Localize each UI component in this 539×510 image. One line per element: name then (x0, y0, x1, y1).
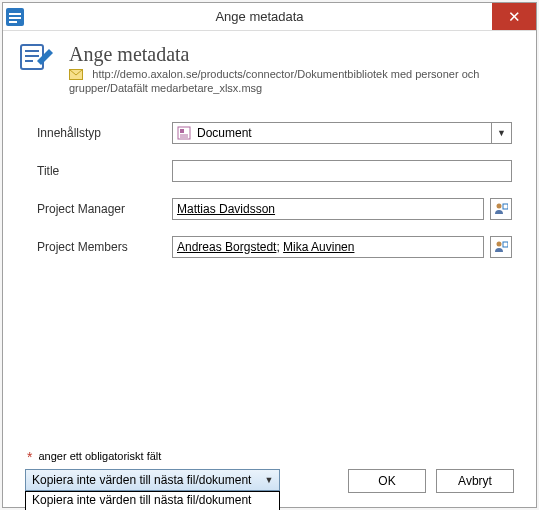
content-type-label: Innehållstyp (37, 126, 172, 140)
cancel-button[interactable]: Avbryt (436, 469, 514, 493)
svg-rect-1 (9, 13, 21, 15)
copy-values-select[interactable]: Kopiera inte värden till nästa fil/dokum… (25, 469, 280, 491)
mail-icon (69, 69, 83, 80)
close-icon: ✕ (508, 8, 521, 26)
title-bar: Ange metadata ✕ (3, 3, 536, 31)
app-icon (3, 3, 27, 30)
title-label: Title (37, 164, 172, 178)
footer: *anger ett obligatoriskt fält Kopiera in… (3, 449, 536, 507)
required-note: *anger ett obligatoriskt fält (27, 449, 514, 465)
svg-rect-2 (9, 17, 21, 19)
window-title: Ange metadata (27, 3, 492, 30)
project-manager-value: Mattias Davidsson (177, 202, 275, 216)
project-members-picker-button[interactable] (490, 236, 512, 258)
ok-button[interactable]: OK (348, 469, 426, 493)
project-manager-label: Project Manager (37, 202, 172, 216)
document-type-icon (177, 126, 191, 140)
content-type-value: Document (197, 126, 252, 140)
copy-values-dropdown-list: Kopiera inte värden till nästa fil/dokum… (25, 491, 280, 510)
copy-values-option[interactable]: Kopiera inte värden till nästa fil/dokum… (26, 492, 279, 508)
project-members-field[interactable]: Andreas Borgstedt; Mika Auvinen (172, 236, 484, 258)
project-manager-field[interactable]: Mattias Davidsson (172, 198, 484, 220)
person-picker-icon (494, 240, 508, 254)
project-manager-picker-button[interactable] (490, 198, 512, 220)
content-type-select[interactable]: Document ▼ (172, 122, 512, 144)
title-row: Title (37, 160, 512, 182)
svg-point-13 (497, 203, 502, 208)
project-members-value: Andreas Borgstedt; Mika Auvinen (177, 240, 354, 254)
svg-rect-3 (9, 21, 17, 23)
svg-rect-14 (503, 204, 508, 209)
svg-rect-16 (503, 242, 508, 247)
chevron-down-icon: ▼ (259, 470, 279, 490)
close-button[interactable]: ✕ (492, 3, 536, 30)
dialog-window: Ange metadata ✕ Ange metadata (2, 2, 537, 508)
required-star-icon: * (27, 449, 32, 465)
header: Ange metadata http://demo.axalon.se/prod… (3, 31, 536, 106)
copy-values-selected: Kopiera inte värden till nästa fil/dokum… (32, 473, 251, 487)
metadata-icon (19, 43, 55, 79)
form: Innehållstyp Document ▼ Title Project (3, 106, 536, 284)
svg-point-15 (497, 241, 502, 246)
page-title: Ange metadata (69, 43, 520, 66)
chevron-down-icon: ▼ (491, 123, 511, 143)
content-type-row: Innehållstyp Document ▼ (37, 122, 512, 144)
person-picker-icon (494, 202, 508, 216)
title-input[interactable] (172, 160, 512, 182)
document-url: http://demo.axalon.se/products/connector… (69, 68, 479, 94)
project-manager-row: Project Manager Mattias Davidsson (37, 198, 512, 220)
svg-rect-10 (180, 129, 184, 133)
project-members-label: Project Members (37, 240, 172, 254)
project-members-row: Project Members Andreas Borgstedt; Mika … (37, 236, 512, 258)
